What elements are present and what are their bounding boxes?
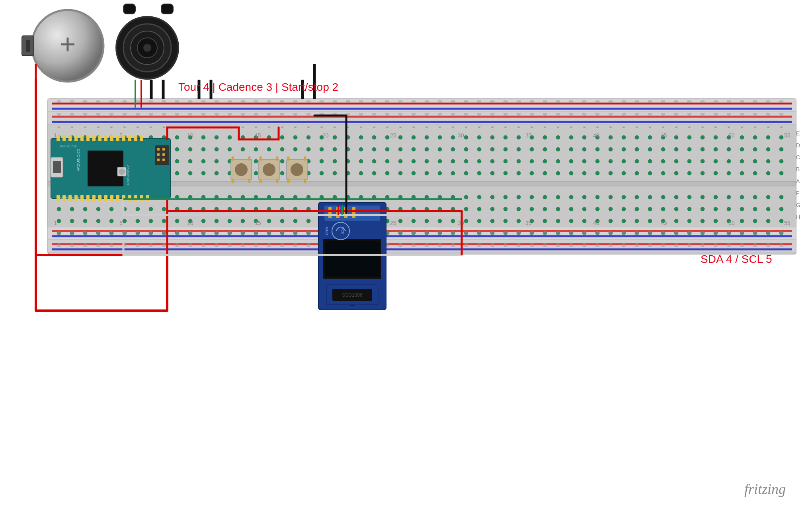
svg-rect-131 <box>287 179 289 183</box>
svg-text:F: F <box>796 190 800 196</box>
svg-rect-79 <box>128 135 131 141</box>
svg-rect-143 <box>326 241 377 275</box>
svg-text:40: 40 <box>593 132 599 139</box>
svg-text:5: 5 <box>119 132 123 139</box>
svg-rect-128 <box>276 179 278 183</box>
svg-rect-76 <box>110 135 113 141</box>
svg-rect-129 <box>287 157 289 161</box>
svg-rect-127 <box>260 179 262 183</box>
svg-rect-126 <box>276 157 278 161</box>
svg-rect-122 <box>248 157 250 161</box>
svg-text:D13 3V3 REF A0: D13 3V3 REF A0 <box>60 197 81 200</box>
svg-text:B: B <box>796 166 800 172</box>
svg-text:55: 55 <box>784 132 791 139</box>
svg-rect-90 <box>104 195 107 201</box>
svg-point-120 <box>291 163 303 176</box>
svg-rect-22 <box>52 241 792 251</box>
svg-rect-80 <box>134 135 137 141</box>
svg-rect-19 <box>52 100 792 110</box>
svg-rect-132 <box>304 179 306 183</box>
svg-rect-81 <box>140 135 143 141</box>
svg-text:1: 1 <box>54 132 57 139</box>
svg-text:30: 30 <box>458 132 464 139</box>
svg-rect-107 <box>157 153 160 156</box>
svg-rect-124 <box>248 179 250 183</box>
svg-rect-20 <box>52 113 792 123</box>
svg-rect-125 <box>260 157 262 161</box>
svg-rect-110 <box>162 159 165 161</box>
svg-rect-68 <box>62 135 66 141</box>
svg-rect-82 <box>57 195 60 201</box>
svg-text:D12 D11 D10: D12 D11 D10 <box>60 145 77 148</box>
svg-text:ARDUINO: ARDUINO <box>127 165 130 180</box>
svg-rect-75 <box>104 135 107 141</box>
svg-rect-92 <box>116 195 119 201</box>
svg-text:A: A <box>796 178 800 184</box>
svg-rect-71 <box>80 135 84 141</box>
svg-rect-103 <box>53 161 61 173</box>
svg-text:D: D <box>796 142 800 149</box>
svg-text:45: 45 <box>661 132 667 139</box>
svg-point-112 <box>119 168 125 175</box>
svg-rect-67 <box>57 135 60 141</box>
svg-point-116 <box>235 163 248 176</box>
svg-rect-130 <box>304 157 306 161</box>
svg-rect-72 <box>86 135 90 141</box>
sda-scl-label: SDA 4 / SCL 5 <box>701 253 772 265</box>
svg-rect-135 <box>328 207 332 218</box>
svg-text:35: 35 <box>525 132 532 139</box>
svg-rect-108 <box>162 153 165 156</box>
svg-rect-77 <box>116 135 119 141</box>
svg-rect-21 <box>52 228 792 237</box>
svg-text:C: C <box>796 154 800 161</box>
svg-text:5: 5 <box>119 220 123 226</box>
svg-rect-91 <box>110 195 113 201</box>
svg-rect-73 <box>92 135 96 141</box>
svg-rect-88 <box>92 195 96 201</box>
svg-point-63 <box>143 44 151 52</box>
svg-text:50: 50 <box>728 132 735 139</box>
svg-rect-106 <box>162 148 165 151</box>
fritzing-logo: fritzing <box>744 481 786 497</box>
svg-text:50: 50 <box>728 220 735 226</box>
svg-text:GND: GND <box>325 227 329 235</box>
svg-rect-70 <box>74 135 78 141</box>
svg-text:25: 25 <box>390 132 396 139</box>
svg-rect-58 <box>26 40 30 52</box>
svg-text:20: 20 <box>322 132 329 139</box>
svg-text:10: 10 <box>187 220 193 226</box>
svg-rect-64 <box>123 4 135 14</box>
tour-label: Tour 4 | Cadence 3 | Start/stop 2 <box>178 81 338 93</box>
svg-text:55: 55 <box>784 220 791 226</box>
svg-rect-109 <box>157 159 160 161</box>
svg-text:V3.0: V3.0 <box>127 179 130 185</box>
svg-text:G: G <box>796 202 800 208</box>
svg-rect-87 <box>86 195 90 201</box>
svg-text:25: 25 <box>390 220 396 226</box>
svg-rect-78 <box>122 135 125 141</box>
svg-rect-69 <box>68 135 72 141</box>
svg-text:H: H <box>796 214 800 220</box>
svg-rect-121 <box>232 157 234 161</box>
svg-text:E: E <box>796 130 800 137</box>
svg-rect-105 <box>157 148 160 151</box>
svg-text:35: 35 <box>525 220 532 226</box>
svg-text:+: + <box>60 29 76 60</box>
svg-text:15: 15 <box>255 220 261 226</box>
svg-text:1: 1 <box>54 220 57 226</box>
svg-text:40: 40 <box>593 220 599 226</box>
svg-point-118 <box>263 163 275 176</box>
svg-rect-138 <box>352 207 355 218</box>
svg-text:15: 15 <box>255 132 261 139</box>
svg-rect-89 <box>98 195 102 201</box>
svg-rect-65 <box>161 4 173 14</box>
svg-text:10: 10 <box>187 132 193 139</box>
svg-text:ARDUINO.CC: ARDUINO.CC <box>76 148 80 171</box>
svg-rect-123 <box>232 179 234 183</box>
svg-text:SSD1306: SSD1306 <box>342 292 363 298</box>
svg-rect-74 <box>98 135 102 141</box>
svg-text:45: 45 <box>661 220 667 226</box>
